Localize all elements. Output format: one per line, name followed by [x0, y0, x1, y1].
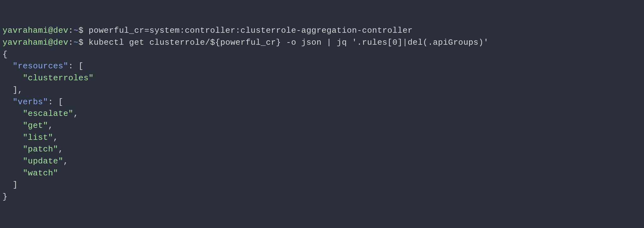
json-val-verbs-0: "escalate": [23, 109, 73, 118]
json-val-verbs-5: "watch": [23, 168, 58, 178]
json-val-verbs-2: "list": [23, 133, 53, 142]
command-2: [84, 38, 89, 47]
prompt-host: dev: [53, 26, 68, 35]
prompt-symbol: $: [79, 38, 84, 47]
prompt-symbol: $: [79, 26, 84, 35]
json-verbs-close: ]: [13, 180, 18, 190]
json-comma: ,: [53, 133, 58, 142]
prompt-line-2[interactable]: yavrahami@dev:~$ kubectl get clusterrole…: [3, 38, 489, 47]
prompt-colon: :: [68, 26, 73, 35]
json-comma: ,: [63, 157, 68, 166]
prompt-path: ~: [73, 38, 78, 47]
json-val-resources-0: "clusterroles": [23, 73, 93, 83]
prompt-path: ~: [73, 26, 78, 35]
json-open-brace: {: [3, 50, 8, 59]
json-comma: ,: [58, 145, 63, 154]
json-resources-close: ],: [13, 85, 23, 95]
json-key-verbs: "verbs": [13, 97, 48, 107]
json-comma: ,: [73, 109, 78, 118]
terminal-output: yavrahami@dev:~$ powerful_cr=system:cont…: [3, 25, 641, 203]
prompt-user: yavrahami: [3, 38, 48, 47]
json-val-verbs-4: "update": [23, 157, 63, 166]
prompt-host: dev: [53, 38, 68, 47]
json-key-resources: "resources": [13, 61, 68, 71]
command-1-text: powerful_cr=system:controller:clusterrol…: [89, 26, 413, 35]
command-2-text: kubectl get clusterrole/${powerful_cr} -…: [89, 38, 489, 47]
prompt-line-1[interactable]: yavrahami@dev:~$ powerful_cr=system:cont…: [3, 26, 413, 35]
json-punct: : [: [48, 97, 63, 107]
json-close-brace: }: [3, 192, 8, 202]
json-val-verbs-1: "get": [23, 121, 48, 130]
command-1: [84, 26, 89, 35]
prompt-user: yavrahami: [3, 26, 48, 35]
prompt-colon: :: [68, 38, 73, 47]
json-punct: : [: [68, 61, 83, 71]
json-comma: ,: [48, 121, 53, 130]
prompt-at: @: [48, 38, 53, 47]
prompt-at: @: [48, 26, 53, 35]
json-val-verbs-3: "patch": [23, 145, 58, 154]
